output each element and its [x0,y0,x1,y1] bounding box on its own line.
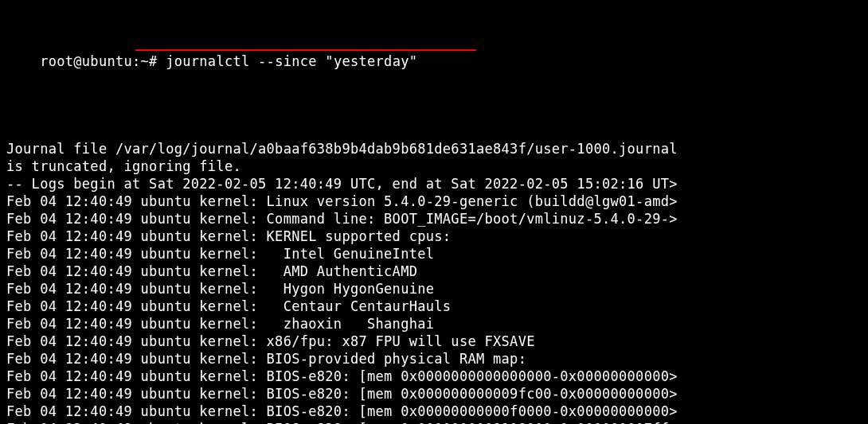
log-line: Journal file /var/log/journal/a0baaf638b… [6,140,862,158]
log-line: Feb 04 12:40:49 ubuntu kernel: Command l… [6,210,862,228]
prompt-line: root@ubuntu:~# journalctl --since "yeste… [6,35,862,105]
log-line: Feb 04 12:40:49 ubuntu kernel: Intel Gen… [6,245,862,263]
log-line: Feb 04 12:40:49 ubuntu kernel: Linux ver… [6,193,862,210]
terminal-output[interactable]: root@ubuntu:~# journalctl --since "yeste… [0,0,868,424]
log-line: Feb 04 12:40:49 ubuntu kernel: BIOS-e820… [6,403,862,420]
log-line: Feb 04 12:40:49 ubuntu kernel: KERNEL su… [6,228,862,245]
log-line: -- Logs begin at Sat 2022-02-05 12:40:49… [6,175,862,193]
log-line: Feb 04 12:40:49 ubuntu kernel: Centaur C… [6,298,862,315]
log-line: Feb 04 12:40:49 ubuntu kernel: Hygon Hyg… [6,280,862,298]
log-line: Feb 04 12:40:49 ubuntu kernel: BIOS-prov… [6,350,862,368]
log-lines: Journal file /var/log/journal/a0baaf638b… [6,140,862,424]
log-line: Feb 04 12:40:49 ubuntu kernel: BIOS-e820… [6,420,862,424]
log-line: is truncated, ignoring file. [6,158,862,175]
log-line: Feb 04 12:40:49 ubuntu kernel: BIOS-e820… [6,385,862,403]
log-line: Feb 04 12:40:49 ubuntu kernel: zhaoxin S… [6,315,862,333]
shell-command: journalctl --since "yesterday" [166,53,417,69]
annotation-underline-icon [135,49,476,51]
log-line: Feb 04 12:40:49 ubuntu kernel: BIOS-e820… [6,368,862,385]
log-line: Feb 04 12:40:49 ubuntu kernel: AMD Authe… [6,263,862,280]
log-line: Feb 04 12:40:49 ubuntu kernel: x86/fpu: … [6,333,862,350]
shell-prompt: root@ubuntu:~# [40,53,158,69]
